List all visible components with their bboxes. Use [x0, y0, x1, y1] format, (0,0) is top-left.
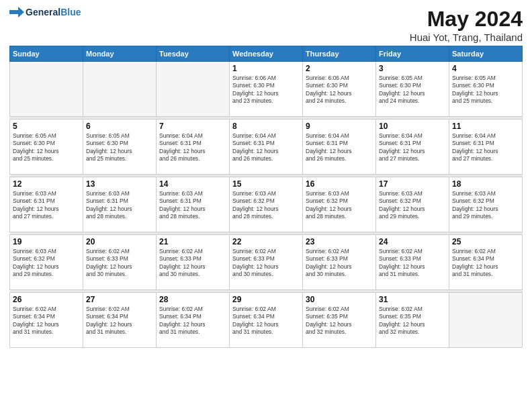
day-cell: 6Sunrise: 6:05 AM Sunset: 6:30 PM Daylig… — [83, 120, 157, 175]
day-number: 22 — [232, 237, 300, 246]
header: GeneralBlue May 2024 Huai Yot, Trang, Th… — [9, 7, 523, 43]
page-container: GeneralBlue May 2024 Huai Yot, Trang, Th… — [0, 0, 532, 352]
day-info: Sunrise: 6:05 AM Sunset: 6:30 PM Dayligh… — [379, 75, 446, 105]
day-cell: 9Sunrise: 6:04 AM Sunset: 6:31 PM Daylig… — [303, 120, 376, 175]
day-number: 26 — [13, 295, 80, 304]
day-cell: 4Sunrise: 6:05 AM Sunset: 6:30 PM Daylig… — [449, 62, 523, 117]
day-cell: 7Sunrise: 6:04 AM Sunset: 6:31 PM Daylig… — [157, 120, 230, 175]
calendar: Sunday Monday Tuesday Wednesday Thursday… — [9, 46, 523, 348]
logo-general: General — [26, 7, 60, 17]
day-cell — [10, 62, 83, 117]
header-friday: Friday — [376, 46, 449, 62]
day-info: Sunrise: 6:02 AM Sunset: 6:33 PM Dayligh… — [232, 248, 300, 279]
day-cell: 25Sunrise: 6:02 AM Sunset: 6:34 PM Dayli… — [449, 235, 523, 290]
day-cell: 14Sunrise: 6:03 AM Sunset: 6:31 PM Dayli… — [157, 177, 230, 232]
day-info: Sunrise: 6:04 AM Sunset: 6:31 PM Dayligh… — [306, 132, 373, 163]
day-number: 27 — [86, 295, 153, 304]
day-info: Sunrise: 6:04 AM Sunset: 6:31 PM Dayligh… — [232, 132, 300, 163]
day-cell: 5Sunrise: 6:05 AM Sunset: 6:30 PM Daylig… — [10, 120, 83, 175]
header-sunday: Sunday — [10, 46, 83, 62]
day-cell — [449, 293, 523, 348]
logo: GeneralBlue — [9, 7, 81, 17]
day-cell: 10Sunrise: 6:04 AM Sunset: 6:31 PM Dayli… — [376, 120, 449, 175]
week-row-5: 26Sunrise: 6:02 AM Sunset: 6:34 PM Dayli… — [10, 293, 523, 348]
day-number: 7 — [159, 122, 226, 131]
day-cell: 26Sunrise: 6:02 AM Sunset: 6:34 PM Dayli… — [10, 293, 83, 348]
day-number: 6 — [86, 122, 153, 131]
day-cell: 17Sunrise: 6:03 AM Sunset: 6:32 PM Dayli… — [376, 177, 449, 232]
day-cell: 16Sunrise: 6:03 AM Sunset: 6:32 PM Dayli… — [303, 177, 376, 232]
day-info: Sunrise: 6:02 AM Sunset: 6:35 PM Dayligh… — [379, 306, 446, 336]
day-number: 19 — [13, 237, 80, 246]
day-number: 5 — [13, 122, 80, 131]
day-cell: 20Sunrise: 6:02 AM Sunset: 6:33 PM Dayli… — [83, 235, 157, 290]
day-info: Sunrise: 6:03 AM Sunset: 6:32 PM Dayligh… — [452, 190, 519, 221]
day-number: 11 — [452, 122, 519, 131]
day-number: 8 — [232, 122, 300, 131]
day-number: 2 — [306, 64, 373, 73]
day-number: 21 — [159, 237, 226, 246]
day-info: Sunrise: 6:02 AM Sunset: 6:33 PM Dayligh… — [86, 248, 153, 279]
svg-marker-0 — [9, 7, 24, 17]
day-number: 29 — [232, 295, 300, 304]
day-info: Sunrise: 6:02 AM Sunset: 6:34 PM Dayligh… — [13, 306, 80, 336]
day-number: 30 — [306, 295, 373, 304]
day-info: Sunrise: 6:05 AM Sunset: 6:30 PM Dayligh… — [13, 132, 80, 163]
day-number: 9 — [306, 122, 373, 131]
day-info: Sunrise: 6:03 AM Sunset: 6:31 PM Dayligh… — [159, 190, 226, 221]
day-cell: 13Sunrise: 6:03 AM Sunset: 6:31 PM Dayli… — [83, 177, 157, 232]
day-info: Sunrise: 6:05 AM Sunset: 6:30 PM Dayligh… — [452, 75, 519, 105]
day-info: Sunrise: 6:03 AM Sunset: 6:31 PM Dayligh… — [13, 190, 80, 221]
day-number: 17 — [379, 179, 446, 189]
day-number: 3 — [379, 64, 446, 73]
day-info: Sunrise: 6:03 AM Sunset: 6:32 PM Dayligh… — [13, 248, 80, 279]
day-number: 1 — [232, 64, 300, 73]
day-info: Sunrise: 6:04 AM Sunset: 6:31 PM Dayligh… — [379, 132, 446, 163]
day-info: Sunrise: 6:04 AM Sunset: 6:31 PM Dayligh… — [159, 132, 226, 163]
day-cell: 19Sunrise: 6:03 AM Sunset: 6:32 PM Dayli… — [10, 235, 83, 290]
day-cell: 29Sunrise: 6:02 AM Sunset: 6:34 PM Dayli… — [230, 293, 303, 348]
day-cell: 22Sunrise: 6:02 AM Sunset: 6:33 PM Dayli… — [230, 235, 303, 290]
day-cell: 15Sunrise: 6:03 AM Sunset: 6:32 PM Dayli… — [230, 177, 303, 232]
logo-icon — [9, 7, 24, 17]
header-monday: Monday — [83, 46, 157, 62]
day-cell: 27Sunrise: 6:02 AM Sunset: 6:34 PM Dayli… — [83, 293, 157, 348]
logo-blue-text: Blue — [60, 7, 81, 17]
day-cell — [83, 62, 157, 117]
day-number: 23 — [306, 237, 373, 246]
day-cell: 18Sunrise: 6:03 AM Sunset: 6:32 PM Dayli… — [449, 177, 523, 232]
day-number: 25 — [452, 237, 519, 246]
header-thursday: Thursday — [303, 46, 376, 62]
week-row-1: 1Sunrise: 6:06 AM Sunset: 6:30 PM Daylig… — [10, 62, 523, 117]
day-info: Sunrise: 6:02 AM Sunset: 6:35 PM Dayligh… — [306, 306, 373, 336]
day-info: Sunrise: 6:02 AM Sunset: 6:34 PM Dayligh… — [232, 306, 300, 336]
title-block: May 2024 Huai Yot, Trang, Thailand — [410, 7, 523, 43]
day-info: Sunrise: 6:03 AM Sunset: 6:31 PM Dayligh… — [86, 190, 153, 221]
day-cell: 23Sunrise: 6:02 AM Sunset: 6:33 PM Dayli… — [303, 235, 376, 290]
weekday-header-row: Sunday Monday Tuesday Wednesday Thursday… — [10, 46, 523, 62]
day-info: Sunrise: 6:02 AM Sunset: 6:34 PM Dayligh… — [86, 306, 153, 336]
day-info: Sunrise: 6:03 AM Sunset: 6:32 PM Dayligh… — [232, 190, 300, 221]
day-cell: 2Sunrise: 6:06 AM Sunset: 6:30 PM Daylig… — [303, 62, 376, 117]
day-info: Sunrise: 6:02 AM Sunset: 6:34 PM Dayligh… — [452, 248, 519, 279]
day-cell: 8Sunrise: 6:04 AM Sunset: 6:31 PM Daylig… — [230, 120, 303, 175]
day-info: Sunrise: 6:06 AM Sunset: 6:30 PM Dayligh… — [306, 75, 373, 105]
day-number: 12 — [13, 179, 80, 189]
day-number: 24 — [379, 237, 446, 246]
day-info: Sunrise: 6:06 AM Sunset: 6:30 PM Dayligh… — [232, 75, 300, 105]
day-info: Sunrise: 6:03 AM Sunset: 6:32 PM Dayligh… — [306, 190, 373, 221]
day-cell: 31Sunrise: 6:02 AM Sunset: 6:35 PM Dayli… — [376, 293, 449, 348]
day-cell: 21Sunrise: 6:02 AM Sunset: 6:33 PM Dayli… — [157, 235, 230, 290]
day-cell: 11Sunrise: 6:04 AM Sunset: 6:31 PM Dayli… — [449, 120, 523, 175]
day-number: 28 — [159, 295, 226, 304]
day-info: Sunrise: 6:02 AM Sunset: 6:33 PM Dayligh… — [379, 248, 446, 279]
day-number: 10 — [379, 122, 446, 131]
day-number: 13 — [86, 179, 153, 189]
day-cell: 28Sunrise: 6:02 AM Sunset: 6:34 PM Dayli… — [157, 293, 230, 348]
header-wednesday: Wednesday — [230, 46, 303, 62]
day-cell: 3Sunrise: 6:05 AM Sunset: 6:30 PM Daylig… — [376, 62, 449, 117]
day-cell: 30Sunrise: 6:02 AM Sunset: 6:35 PM Dayli… — [303, 293, 376, 348]
week-row-4: 19Sunrise: 6:03 AM Sunset: 6:32 PM Dayli… — [10, 235, 523, 290]
day-cell — [157, 62, 230, 117]
header-saturday: Saturday — [449, 46, 523, 62]
